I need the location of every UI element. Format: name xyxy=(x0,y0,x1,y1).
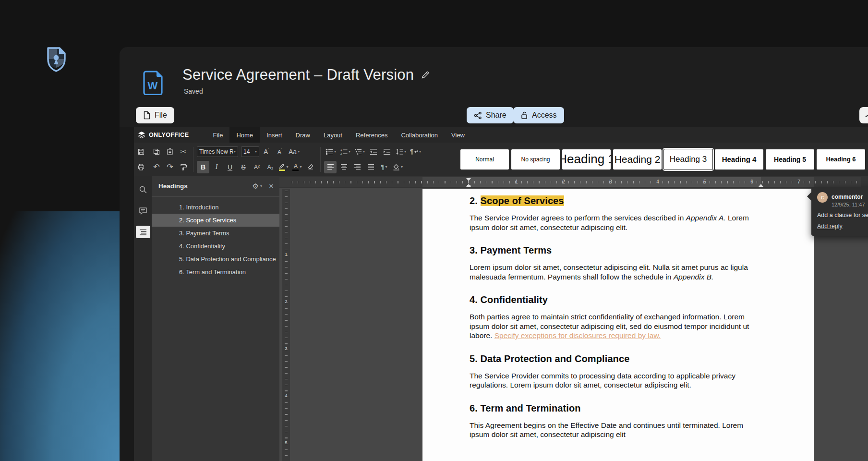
ruler-number: 7 xyxy=(797,179,800,184)
change-case-button[interactable]: Aa▾ xyxy=(287,146,301,158)
style-heading-3[interactable]: Heading 3 xyxy=(664,149,712,170)
share-button-label: Share xyxy=(486,111,506,120)
undo-button[interactable]: ↶ xyxy=(150,161,163,173)
access-button[interactable]: Access xyxy=(513,107,564,123)
navigation-headings-icon[interactable] xyxy=(136,226,150,238)
style-heading-5[interactable]: Heading 5 xyxy=(766,149,814,170)
document-paragraph[interactable]: The Service Provider agrees to perform t… xyxy=(470,213,760,232)
section-payment-terms: 3. Payment Terms Lorem ipsum dolor sit a… xyxy=(470,245,760,281)
editing-mode-button-partial[interactable] xyxy=(859,107,868,123)
clear-formatting-button[interactable] xyxy=(304,161,317,173)
add-reply-link[interactable]: Add reply xyxy=(817,223,843,230)
tab-view[interactable]: View xyxy=(445,127,471,143)
increase-font-button[interactable]: A˙ xyxy=(260,146,273,158)
bullet-list-button[interactable]: ▾ xyxy=(324,146,338,158)
format-painter-button[interactable] xyxy=(177,161,190,173)
heading-item-term-and-termination[interactable]: 6. Term and Termination xyxy=(152,266,279,279)
right-indent-marker[interactable] xyxy=(759,182,763,187)
share-button[interactable]: Share xyxy=(467,107,514,123)
vertical-ruler[interactable]: 1 2 3 4 5 xyxy=(282,189,290,461)
tab-references[interactable]: References xyxy=(349,127,394,143)
gear-icon[interactable]: ⚙ xyxy=(253,182,259,191)
font-size-select[interactable]: 14 ▾ xyxy=(241,146,259,157)
search-icon[interactable] xyxy=(136,183,150,196)
tab-layout[interactable]: Layout xyxy=(317,127,349,143)
document-heading[interactable]: 3. Payment Terms xyxy=(470,245,760,256)
increase-indent-button[interactable] xyxy=(381,146,393,158)
multilevel-list-button[interactable]: ▾ xyxy=(353,146,366,158)
highlight-color-button[interactable]: ▾ xyxy=(277,161,290,173)
close-icon[interactable]: × xyxy=(269,182,274,190)
menu-tabs: File Home Insert Draw Layout References … xyxy=(206,127,471,143)
nonprinting-characters-button[interactable]: ¶▾ xyxy=(378,161,390,173)
superscript-button[interactable]: A² xyxy=(251,161,263,173)
comments-icon[interactable] xyxy=(136,205,150,217)
font-color-button[interactable]: A ▾ xyxy=(291,161,303,173)
svg-text:1: 1 xyxy=(340,148,342,151)
tab-collaboration[interactable]: Collaboration xyxy=(394,127,445,143)
paragraph-direction-button[interactable]: ¶ ▾ xyxy=(409,146,422,158)
document-protection-shield-icon xyxy=(43,44,69,74)
document-heading[interactable]: 4. Confidentiality xyxy=(470,294,760,305)
numbered-list-button[interactable]: 1 2 ▾ xyxy=(338,146,352,158)
file-button[interactable]: File xyxy=(136,107,174,123)
horizontal-ruler[interactable]: 1 2 3 4 5 6 7 xyxy=(279,177,861,187)
left-indent-marker[interactable] xyxy=(467,185,470,187)
document-paragraph[interactable]: Lorem ipsum dolor sit amet, consectetur … xyxy=(470,263,760,281)
decrease-indent-button[interactable] xyxy=(367,146,380,158)
comment-text: Add a clause for ser xyxy=(817,212,868,218)
line-spacing-button[interactable]: ▾ xyxy=(394,146,408,158)
document-paragraph[interactable]: Both parties agree to maintain strict co… xyxy=(470,312,760,340)
italic-button[interactable]: I xyxy=(210,161,223,173)
shading-button[interactable]: ▾ xyxy=(391,161,404,173)
style-no-spacing[interactable]: No spacing xyxy=(511,149,560,170)
font-size-value: 14 xyxy=(243,148,254,155)
redo-button[interactable]: ↷ xyxy=(164,161,176,173)
save-button[interactable] xyxy=(135,146,147,158)
style-normal[interactable]: Normal xyxy=(460,149,509,170)
tab-file[interactable]: File xyxy=(206,127,229,143)
document-paragraph[interactable]: This Agreement begins on the Effective D… xyxy=(470,421,760,439)
heading-item-scope-of-services[interactable]: 2. Scope of Services xyxy=(152,214,279,227)
heading-item-introduction[interactable]: 1. Introduction xyxy=(152,201,279,214)
ruler-number: 5 xyxy=(703,179,706,184)
justify-button[interactable] xyxy=(364,161,377,173)
tab-draw[interactable]: Draw xyxy=(289,127,317,143)
font-name-select[interactable]: Times New Roman ▾ xyxy=(197,146,238,157)
document-heading[interactable]: 2. Scope of Services xyxy=(470,195,760,206)
copy-button[interactable] xyxy=(150,146,163,158)
document-heading[interactable]: 6. Term and Termination xyxy=(470,403,760,414)
align-right-button[interactable] xyxy=(351,161,363,173)
commenter-avatar: c xyxy=(817,192,828,203)
save-status: Saved xyxy=(184,87,203,95)
strikethrough-button[interactable]: S xyxy=(237,161,250,173)
heading-item-payment-terms[interactable]: 3. Payment Terms xyxy=(152,227,279,240)
section-term-and-termination: 6. Term and Termination This Agreement b… xyxy=(470,403,760,439)
align-center-button[interactable] xyxy=(338,161,350,173)
heading-item-confidentiality[interactable]: 4. Confidentiality xyxy=(152,240,279,253)
underline-button[interactable]: U xyxy=(224,161,236,173)
style-heading-2[interactable]: Heading 2 xyxy=(613,149,662,170)
print-button[interactable] xyxy=(135,161,147,173)
cut-button[interactable]: ✂ xyxy=(177,146,190,158)
align-left-button[interactable] xyxy=(324,161,337,173)
chevron-down-icon[interactable]: ▾ xyxy=(260,184,262,188)
document-heading[interactable]: 5. Data Protection and Compliance xyxy=(470,353,760,364)
document-page[interactable]: 2. Scope of Services The Service Provide… xyxy=(422,189,814,461)
document-paragraph[interactable]: The Service Provider commits to processi… xyxy=(470,371,760,390)
style-heading-1[interactable]: Heading 1 xyxy=(562,149,611,170)
style-heading-6[interactable]: Heading 6 xyxy=(817,149,865,170)
bold-button[interactable]: B xyxy=(197,161,209,173)
subscript-button[interactable]: A₂ xyxy=(264,161,277,173)
document-title: Service Agreement – Draft Version xyxy=(182,66,414,84)
decrease-font-button[interactable]: A˙ xyxy=(274,146,286,158)
ruler-number: 5 xyxy=(282,440,290,445)
tab-insert[interactable]: Insert xyxy=(260,127,289,143)
rename-pencil-icon[interactable] xyxy=(421,70,430,80)
paste-button[interactable] xyxy=(164,146,176,158)
headings-list: 1. Introduction 2. Scope of Services 3. … xyxy=(152,197,279,279)
style-heading-4[interactable]: Heading 4 xyxy=(715,149,763,170)
work-area: Headings ⚙ ▾ × 1. Introduction 2. Scope … xyxy=(134,176,868,461)
tab-home[interactable]: Home xyxy=(229,127,260,143)
heading-item-data-protection[interactable]: 5. Data Protection and Compliance xyxy=(152,253,279,266)
